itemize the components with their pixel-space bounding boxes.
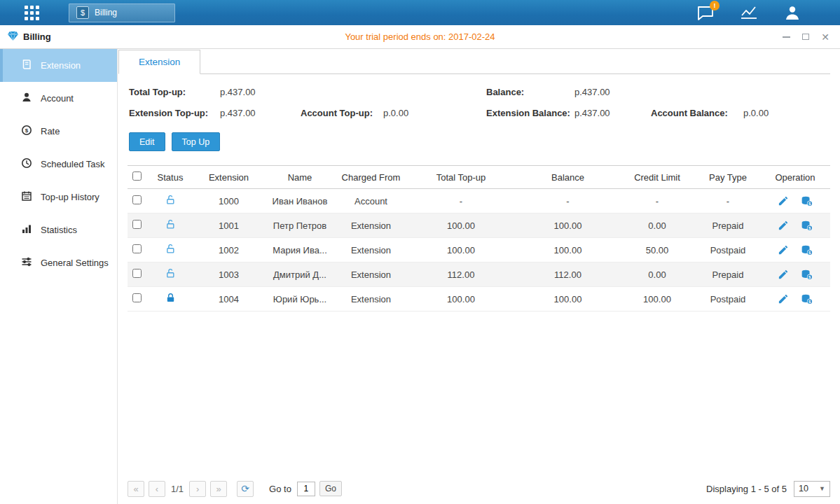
cell-extension: 1003 <box>195 262 263 287</box>
extension-topup-label: Extension Top-up: <box>129 108 220 118</box>
next-page-icon[interactable]: › <box>189 481 206 497</box>
topbar-tab-label: Billing <box>95 8 117 18</box>
cell-pay-type: Prepaid <box>696 262 760 287</box>
summary-section: Total Top-up:p.437.00 Balance:p.437.00 E… <box>129 87 829 118</box>
cell-balance: 112.00 <box>517 262 619 287</box>
chart-icon[interactable] <box>739 4 759 21</box>
top-up-icon[interactable]: $ <box>801 220 813 231</box>
table-row[interactable]: 1004 Юрий Юрь... Extension 100.00 100.00… <box>128 287 830 312</box>
locked-icon <box>165 295 176 305</box>
svg-text:$: $ <box>25 127 29 134</box>
tab-extension[interactable]: Extension <box>118 50 200 74</box>
chat-icon[interactable]: ! <box>696 4 715 21</box>
top-up-icon[interactable]: $ <box>801 294 813 304</box>
table-row[interactable]: 1002 Мария Ива... Extension 100.00 100.0… <box>128 238 830 262</box>
cell-pay-type: Prepaid <box>696 214 760 238</box>
table-row[interactable]: 1003 Дмитрий Д... Extension 112.00 112.0… <box>128 262 830 287</box>
sidebar-item-scheduled-task[interactable]: Scheduled Task <box>0 148 117 181</box>
tab-bar: Extension <box>118 49 830 74</box>
sidebar-item-statistics[interactable]: Statistics <box>0 214 117 246</box>
edit-icon[interactable] <box>778 196 788 206</box>
first-page-icon[interactable]: « <box>128 481 144 497</box>
prev-page-icon[interactable]: ‹ <box>149 481 165 497</box>
total-topup-label: Total Top-up: <box>129 87 220 97</box>
pagination-bar: « ‹ 1/1 › » ⟳ Go to Go Displaying 1 - 5 … <box>128 479 830 498</box>
unlocked-icon <box>165 221 176 232</box>
cell-credit-limit: 0.00 <box>619 262 696 287</box>
sidebar-item-topup-history[interactable]: Top-up History <box>0 181 117 214</box>
cell-balance: 100.00 <box>517 238 619 262</box>
account-balance-value: p.0.00 <box>743 108 769 118</box>
col-name: Name <box>263 166 337 189</box>
page-size-select[interactable]: 10 ▼ <box>794 481 830 497</box>
sidebar-item-label: Extension <box>41 60 81 71</box>
table-row[interactable]: 1001 Петр Петров Extension 100.00 100.00… <box>128 214 830 238</box>
minimize-icon[interactable] <box>781 32 791 42</box>
chevron-down-icon: ▼ <box>819 485 825 492</box>
top-up-icon[interactable]: $ <box>801 196 813 206</box>
col-total-topup: Total Top-up <box>405 166 517 189</box>
row-checkbox[interactable] <box>132 269 142 278</box>
cell-credit-limit: - <box>619 189 696 214</box>
cell-credit-limit: 0.00 <box>619 214 696 238</box>
bar-chart-icon <box>21 223 32 237</box>
cell-total-topup: 100.00 <box>405 238 517 262</box>
col-credit-limit: Credit Limit <box>619 166 696 189</box>
main-panel: Extension Total Top-up:p.437.00 Balance:… <box>118 49 840 504</box>
col-extension: Extension <box>195 166 263 189</box>
displaying-text: Displaying 1 - 5 of 5 <box>706 484 787 494</box>
cell-total-topup: 100.00 <box>405 214 517 238</box>
goto-page-input[interactable] <box>297 482 315 496</box>
cell-charged-from: Extension <box>337 214 405 238</box>
last-page-icon[interactable]: » <box>210 481 227 497</box>
topbar-tab-billing[interactable]: $ Billing <box>69 4 175 22</box>
refresh-icon[interactable]: ⟳ <box>237 481 254 497</box>
row-checkbox[interactable] <box>132 195 142 204</box>
user-icon[interactable] <box>783 4 802 21</box>
calendar-icon <box>21 190 32 204</box>
account-balance-label: Account Balance: <box>651 108 743 118</box>
account-topup-label: Account Top-up: <box>301 108 383 118</box>
edit-icon[interactable] <box>778 294 788 304</box>
row-checkbox[interactable] <box>132 293 142 302</box>
account-icon <box>21 92 32 105</box>
close-icon[interactable]: ✕ <box>820 32 830 42</box>
sidebar-item-rate[interactable]: $ Rate <box>0 115 117 148</box>
go-button[interactable]: Go <box>319 481 342 496</box>
cell-credit-limit: 100.00 <box>619 287 696 312</box>
edit-icon[interactable] <box>778 245 788 255</box>
cell-name: Юрий Юрь... <box>263 287 337 312</box>
unlocked-icon <box>165 246 176 256</box>
edit-button[interactable]: Edit <box>129 132 165 151</box>
sidebar-item-label: Rate <box>41 126 60 136</box>
sidebar-item-extension[interactable]: Extension <box>0 49 117 82</box>
cell-charged-from: Extension <box>337 287 405 312</box>
cell-total-topup: - <box>405 189 517 214</box>
top-bar: $ Billing ! <box>0 0 840 25</box>
sidebar-item-general-settings[interactable]: General Settings <box>0 246 117 279</box>
cell-pay-type: Postpaid <box>696 287 760 312</box>
maximize-icon[interactable] <box>801 32 811 42</box>
sidebar-item-label: Scheduled Task <box>41 159 105 169</box>
col-pay-type: Pay Type <box>696 166 760 189</box>
top-up-button[interactable]: Top Up <box>172 132 221 151</box>
col-operation: Operation <box>760 166 830 189</box>
unlocked-icon <box>165 197 176 207</box>
edit-icon[interactable] <box>778 270 788 280</box>
sidebar-item-account[interactable]: Account <box>0 82 117 115</box>
top-up-icon[interactable]: $ <box>801 270 813 280</box>
app-grid-icon[interactable] <box>25 6 39 20</box>
row-checkbox[interactable] <box>132 220 142 229</box>
extension-balance-label: Extension Balance: <box>486 108 574 118</box>
svg-text:$: $ <box>808 250 811 255</box>
svg-text:$: $ <box>808 225 811 230</box>
table-row[interactable]: 1000 Иван Иванов Account - - - - $ <box>128 189 830 214</box>
extension-table: Status Extension Name Charged From Total… <box>128 165 830 312</box>
edit-icon[interactable] <box>778 220 788 231</box>
select-all-checkbox[interactable] <box>132 172 142 181</box>
rate-icon: $ <box>21 125 32 138</box>
row-checkbox[interactable] <box>132 244 142 253</box>
sidebar-item-label: Top-up History <box>41 192 99 202</box>
top-up-icon[interactable]: $ <box>801 245 813 255</box>
cell-total-topup: 112.00 <box>405 262 517 287</box>
